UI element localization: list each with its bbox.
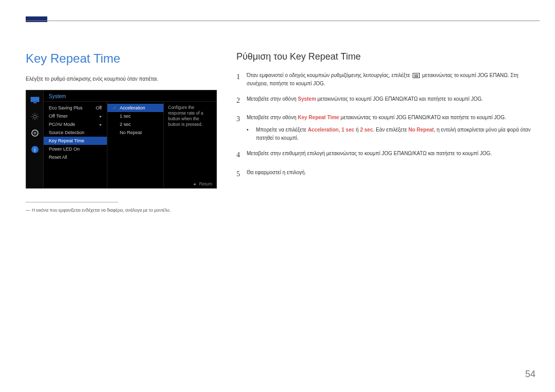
osd-item: PC/AV Mode▸ (44, 120, 107, 128)
osd-item: Power LED On (44, 145, 107, 153)
step-number: 1 (236, 71, 247, 88)
gear-icon (30, 128, 40, 138)
osd-footer: ◂ Return (193, 180, 212, 188)
accent-bar (26, 16, 47, 22)
svg-rect-1 (33, 102, 36, 103)
footnote-rule (26, 202, 118, 202)
svg-line-9 (32, 119, 33, 120)
svg-rect-0 (31, 97, 39, 102)
page-number: 54 (525, 369, 535, 380)
step-5: 5 Θα εφαρμοστεί η επιλογή. (236, 169, 532, 180)
osd-main: System Eco Saving PlusOff Off Timer▸ PC/… (44, 90, 216, 188)
osd-item: Eco Saving PlusOff (44, 104, 107, 112)
osd-sub-item: No Repeat (107, 128, 163, 137)
back-arrow-icon: ◂ (193, 181, 196, 186)
osd-item: Reset All (44, 153, 107, 161)
osd-screenshot: i System Eco Saving PlusOff Off Timer▸ P… (26, 90, 217, 189)
svg-line-10 (36, 114, 38, 115)
osd-header: System (44, 90, 216, 102)
osd-menu-list: Eco Saving PlusOff Off Timer▸ PC/AV Mode… (44, 102, 107, 188)
step-number: 3 (236, 114, 247, 142)
osd-description: Configure the response rate of a button … (163, 102, 216, 188)
step-4: 4 Μεταβείτε στην επιθυμητή επιλογή μετακ… (236, 150, 532, 161)
sub-bullet: • Μπορείτε να επιλέξετε Acceleration, 1 … (247, 126, 532, 142)
osd-submenu: ✓Acceleration 1 sec 2 sec No Repeat (107, 102, 163, 188)
right-column: Ρύθμιση του Key Repeat Time 1 Όταν εμφαν… (236, 51, 532, 187)
info-icon: i (30, 145, 40, 154)
footnote-text: ―Η εικόνα που εμφανίζεται ενδέχεται να δ… (26, 208, 218, 214)
check-icon: ✓ (113, 105, 118, 110)
monitor-icon (30, 96, 40, 105)
svg-point-12 (34, 132, 36, 134)
menu-icon (413, 73, 420, 78)
osd-sub-item: 2 sec (107, 120, 163, 128)
section-title: Ρύθμιση του Key Repeat Time (236, 51, 532, 62)
step-number: 4 (236, 150, 247, 161)
osd-item: Source Detection (44, 128, 107, 137)
step-1: 1 Όταν εμφανιστεί ο οδηγός κουμπιών ρυθμ… (236, 71, 532, 88)
header-rule (26, 21, 540, 21)
osd-item-selected: Key Repeat Time (44, 137, 107, 145)
brightness-icon (30, 112, 40, 121)
osd-sidebar: i (26, 90, 44, 188)
svg-point-11 (32, 130, 38, 136)
step-3: 3 Μεταβείτε στην οθόνη Key Repeat Time μ… (236, 114, 532, 142)
osd-item: Off Timer▸ (44, 112, 107, 120)
svg-line-8 (36, 119, 38, 120)
step-number: 2 (236, 95, 247, 106)
step-number: 5 (236, 169, 247, 180)
svg-point-2 (33, 115, 36, 118)
intro-text: Ελέγξτε το ρυθμό απόκρισης ενός κουμπιού… (26, 75, 218, 83)
left-column: Key Repeat Time Ελέγξτε το ρυθμό απόκρισ… (26, 51, 218, 214)
page-title: Key Repeat Time (26, 51, 218, 66)
step-2: 2 Μεταβείτε στην οθόνη System μετακινώντ… (236, 95, 532, 106)
osd-sub-item: 1 sec (107, 112, 163, 120)
svg-line-7 (32, 114, 33, 115)
svg-text:i: i (34, 147, 35, 153)
osd-sub-item-selected: ✓Acceleration (107, 104, 163, 112)
